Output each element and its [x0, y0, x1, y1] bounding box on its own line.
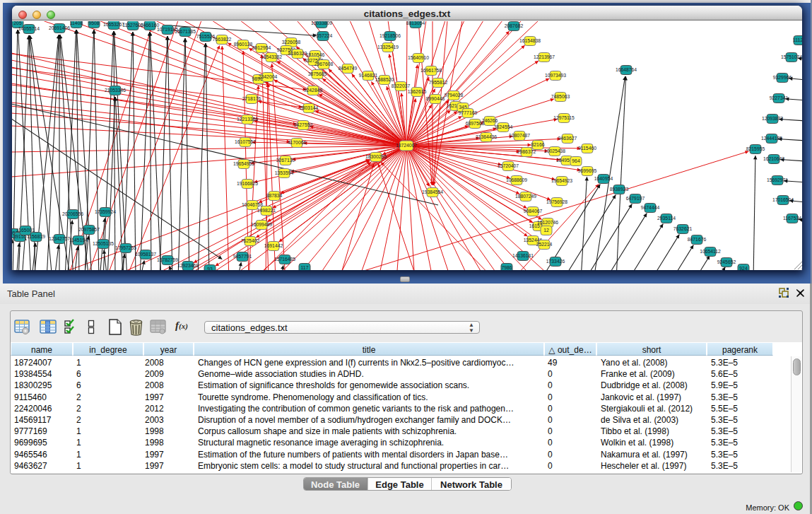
svg-text:17359924: 17359924	[95, 209, 116, 214]
svg-text:17957255: 17957255	[115, 245, 136, 250]
svg-text:18807249: 18807249	[515, 194, 536, 199]
svg-text:10654112: 10654112	[700, 249, 721, 254]
svg-text:9699695: 9699695	[578, 168, 597, 173]
svg-text:9777169: 9777169	[459, 110, 478, 115]
svg-text:16107552: 16107552	[235, 139, 256, 144]
svg-text:1145194: 1145194	[69, 238, 88, 243]
svg-text:12093873: 12093873	[762, 116, 783, 121]
svg-text:8960128: 8960128	[234, 42, 253, 47]
svg-text:19166825: 19166825	[237, 181, 258, 186]
svg-text:21364436: 21364436	[476, 134, 497, 139]
svg-text:19756928: 19756928	[546, 199, 567, 204]
svg-text:12975115: 12975115	[553, 115, 575, 120]
svg-text:10958137: 10958137	[135, 252, 156, 257]
svg-text:2342004: 2342004	[259, 74, 278, 79]
svg-text:10025438: 10025438	[544, 148, 565, 153]
svg-text:117: 117	[301, 265, 309, 270]
svg-text:1167534: 1167534	[783, 216, 801, 221]
svg-text:9242848: 9242848	[304, 88, 323, 93]
svg-text:19654923: 19654923	[551, 178, 572, 183]
svg-text:12213967: 12213967	[534, 54, 555, 59]
svg-text:12213386: 12213386	[237, 117, 258, 122]
svg-text:10807487: 10807487	[509, 133, 530, 138]
svg-text:15716485: 15716485	[274, 257, 295, 262]
svg-text:7632621: 7632621	[673, 226, 693, 231]
svg-text:7485063: 7485063	[551, 94, 570, 99]
svg-text:10688609: 10688609	[506, 177, 527, 182]
svg-text:82166: 82166	[531, 142, 545, 147]
svg-text:7625402: 7625402	[241, 238, 260, 243]
svg-text:9329966: 9329966	[773, 75, 792, 80]
svg-text:9508: 9508	[88, 21, 99, 25]
svg-text:16671385: 16671385	[175, 29, 196, 34]
svg-text:1156819: 1156819	[27, 234, 45, 239]
svg-text:16099489: 16099489	[251, 222, 272, 227]
svg-text:2803144: 2803144	[300, 105, 319, 110]
svg-text:8471676: 8471676	[688, 237, 707, 242]
svg-text:924: 924	[739, 266, 748, 270]
svg-text:20975857: 20975857	[78, 227, 100, 232]
svg-text:20206556: 20206556	[62, 211, 83, 216]
svg-text:9474444: 9474444	[641, 205, 660, 210]
svg-text:8322037: 8322037	[392, 83, 411, 88]
svg-text:9457791: 9457791	[233, 254, 252, 259]
svg-text:12505135: 12505135	[93, 241, 114, 246]
svg-text:16120746: 16120746	[537, 220, 558, 225]
svg-text:19654955: 19654955	[233, 161, 254, 166]
svg-text:17016504: 17016504	[772, 197, 794, 202]
svg-text:16961758: 16961758	[420, 68, 442, 73]
svg-text:8215955: 8215955	[746, 146, 765, 151]
svg-text:12342757: 12342757	[49, 236, 70, 241]
svg-text:15640910: 15640910	[408, 55, 429, 60]
svg-text:8813054: 8813054	[406, 21, 425, 25]
svg-text:10973493: 10973493	[545, 73, 566, 78]
svg-text:9115460: 9115460	[578, 146, 596, 151]
svg-text:16648764: 16648764	[616, 67, 637, 72]
svg-text:19384554: 19384554	[422, 189, 443, 194]
svg-text:16210643: 16210643	[763, 156, 784, 161]
svg-text:3824554: 3824554	[494, 124, 513, 129]
svg-text:8990448: 8990448	[426, 96, 445, 101]
svg-text:1640954: 1640954	[594, 176, 613, 181]
svg-text:9227341: 9227341	[770, 95, 789, 100]
svg-text:252214: 252214	[536, 242, 553, 247]
svg-text:6897508: 6897508	[466, 121, 485, 126]
svg-text:14136141: 14136141	[512, 253, 534, 258]
svg-text:16543382: 16543382	[261, 54, 282, 59]
svg-text:8454749: 8454749	[339, 66, 358, 71]
svg-text:12444185: 12444185	[761, 136, 782, 141]
svg-text:15692971: 15692971	[767, 177, 788, 182]
svg-text:14055714: 14055714	[18, 26, 40, 31]
svg-text:15720407: 15720407	[498, 163, 519, 168]
svg-text:12: 12	[543, 228, 549, 233]
svg-text:1588520: 1588520	[375, 77, 394, 82]
svg-text:2087682: 2087682	[505, 23, 524, 28]
svg-text:1733426: 1733426	[546, 259, 565, 264]
svg-text:1691442: 1691442	[264, 243, 283, 248]
svg-text:7357224: 7357224	[314, 33, 333, 38]
svg-text:1353594: 1353594	[275, 170, 294, 175]
svg-text:8938923: 8938923	[610, 187, 629, 192]
svg-text:9794028: 9794028	[445, 93, 464, 98]
svg-text:9084067: 9084067	[524, 209, 543, 214]
svg-text:15751074: 15751074	[781, 54, 802, 59]
svg-text:12923468: 12923468	[177, 263, 199, 268]
svg-text:3226058: 3226058	[282, 40, 301, 45]
svg-text:7955812: 7955812	[429, 80, 448, 85]
svg-text:20691406: 20691406	[49, 25, 70, 30]
svg-text:21053346: 21053346	[105, 88, 126, 93]
svg-text:11121: 11121	[793, 37, 802, 42]
svg-text:8186323: 8186323	[288, 51, 307, 56]
svg-text:2718176: 2718176	[242, 96, 261, 101]
svg-text:2935114: 2935114	[657, 216, 676, 221]
svg-text:16782759: 16782759	[157, 257, 178, 262]
svg-text:3267130: 3267130	[276, 158, 295, 163]
svg-text:10046758: 10046758	[242, 202, 263, 207]
svg-text:1362615: 1362615	[408, 89, 427, 94]
svg-text:9427552: 9427552	[294, 122, 313, 127]
svg-text:1498221: 1498221	[257, 208, 276, 213]
svg-text:19218506: 19218506	[379, 33, 401, 38]
svg-text:3875685: 3875685	[308, 71, 327, 76]
svg-text:16033809: 16033809	[311, 21, 332, 25]
svg-text:13325419: 13325419	[377, 45, 399, 49]
